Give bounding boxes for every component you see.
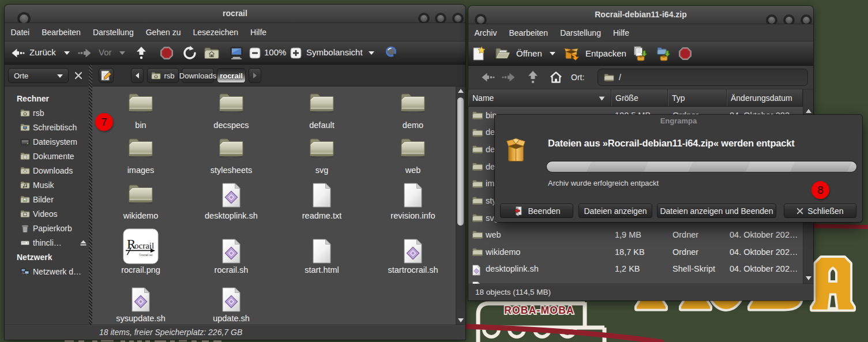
- file-item-images[interactable]: images: [96, 125, 185, 177]
- back-icon[interactable]: [10, 46, 25, 60]
- back-dropdown-icon[interactable]: [64, 51, 70, 55]
- file-item-readme-txt[interactable]: readme.txt: [277, 171, 366, 223]
- menu-item-archiv[interactable]: Archiv: [468, 28, 503, 37]
- back-button-label[interactable]: Zurück: [29, 47, 56, 57]
- column-header-size[interactable]: Größe: [611, 89, 668, 106]
- table-row-web[interactable]: web1,9 MBOrdner04. Oktober 202…: [468, 226, 803, 243]
- sidebar-item-netzwerkd[interactable]: Netzwerk d…: [5, 264, 89, 279]
- table-row[interactable]: [468, 277, 803, 284]
- extract-icon[interactable]: [564, 47, 580, 61]
- sidebar-item-musik[interactable]: Musik: [5, 178, 89, 192]
- table-row-wikidemo[interactable]: wikidemo18,7 KBOrdner04. Oktober 202…: [468, 243, 803, 261]
- close-dialog-button[interactable]: Schließen: [784, 204, 856, 218]
- sidebar-item-videos[interactable]: Videos: [5, 206, 89, 221]
- scroll-down-icon[interactable]: [803, 276, 813, 280]
- maximize-button[interactable]: [435, 13, 446, 24]
- archive-manager-titlebar[interactable]: Rocrail-debian11-i64.zip: [468, 6, 813, 24]
- file-item-rocrail-sh[interactable]: rocrail.sh: [187, 225, 276, 277]
- menu-item-darstellung[interactable]: Darstellung: [554, 28, 607, 37]
- file-item-stylesheets[interactable]: stylesheets: [187, 125, 276, 177]
- file-item-desktoplink-sh[interactable]: desktoplink.sh: [187, 171, 276, 223]
- home-icon[interactable]: [549, 71, 563, 84]
- sidebar-item-papierkorb[interactable]: Papierkorb: [5, 221, 89, 235]
- scroll-down-icon[interactable]: [456, 318, 465, 322]
- column-header-type[interactable]: Typ: [668, 89, 727, 106]
- table-row-desktoplink-sh[interactable]: desktoplink.sh1,2 KBShell-Skript04. Okto…: [468, 261, 803, 278]
- stop-icon[interactable]: [160, 46, 174, 60]
- location-entry[interactable]: /: [598, 69, 808, 86]
- new-archive-icon[interactable]: [472, 46, 486, 61]
- file-item-revision-info[interactable]: revision.info: [369, 171, 457, 223]
- eject-icon[interactable]: [80, 239, 87, 246]
- sidebar-item-label: Dokumente: [33, 152, 74, 161]
- sidebar-item-rsb[interactable]: rsb: [5, 106, 89, 120]
- sidebar-item-thincli[interactable]: thincli…: [5, 235, 89, 250]
- open-dropdown-icon[interactable]: [550, 52, 555, 55]
- file-item-demo[interactable]: demo: [369, 80, 457, 132]
- add-files-icon[interactable]: [633, 46, 648, 61]
- back-icon[interactable]: [480, 70, 495, 84]
- forward-dropdown-icon[interactable]: [119, 51, 125, 55]
- file-item-rocrail-png[interactable]: R ocrail ©rocrail.net rocrail.png: [96, 225, 185, 277]
- menu-item-hilfe[interactable]: Hilfe: [607, 28, 635, 37]
- menu-item-bearbeiten[interactable]: Bearbeiten: [36, 28, 87, 37]
- open-button-label[interactable]: Öffnen: [516, 48, 542, 58]
- open-icon[interactable]: [495, 47, 510, 60]
- scrollbar-thumb[interactable]: [457, 97, 464, 226]
- zoom-out-icon[interactable]: [249, 47, 261, 59]
- column-header-name[interactable]: Name: [468, 89, 611, 106]
- minimize-button[interactable]: [418, 13, 430, 24]
- close-button[interactable]: [452, 13, 464, 24]
- file-manager-title: rocrail: [5, 9, 465, 18]
- sidebar-item-bilder[interactable]: Bilder: [5, 192, 89, 206]
- menu-item-datei[interactable]: Datei: [5, 28, 36, 37]
- places-combo-label: Orte: [14, 72, 28, 80]
- menu-item-lesezeichen[interactable]: Lesezeichen: [187, 28, 245, 37]
- reload-icon[interactable]: [183, 46, 197, 61]
- file-item-startrocrail-sh[interactable]: startrocrail.sh: [369, 225, 457, 277]
- add-folder-icon[interactable]: [656, 46, 671, 61]
- file-item-update-sh[interactable]: update.sh: [187, 273, 276, 325]
- file-item-svg[interactable]: svg: [277, 125, 366, 177]
- sidebar-item-dokumente[interactable]: Dokumente: [5, 149, 89, 163]
- file-item-web[interactable]: web: [369, 125, 457, 177]
- file-item-decspecs[interactable]: decspecs: [187, 80, 276, 132]
- file-item-sysupdate-sh[interactable]: sysupdate.sh: [96, 273, 185, 325]
- menu-item-bearbeiten[interactable]: Bearbeiten: [503, 28, 554, 37]
- pictures-folder-icon: [20, 195, 30, 204]
- scroll-up-icon[interactable]: [456, 89, 465, 93]
- close-sidebar-button[interactable]: [72, 68, 85, 83]
- menu-item-darstellung[interactable]: Darstellung: [87, 28, 140, 37]
- quit-button[interactable]: Beenden: [500, 204, 573, 218]
- forward-button-label[interactable]: Vor: [99, 47, 112, 57]
- archive-location-bar: Ort: /: [468, 66, 813, 89]
- column-header-date[interactable]: Änderungsdatum: [727, 89, 803, 106]
- home-icon[interactable]: [204, 47, 219, 59]
- extract-button-label[interactable]: Entpacken: [585, 48, 626, 58]
- zoom-in-icon[interactable]: [290, 47, 302, 59]
- file-item-start-html[interactable]: start.html: [277, 225, 366, 277]
- file-item-default[interactable]: default: [277, 80, 366, 132]
- places-combo[interactable]: Orte: [8, 68, 69, 83]
- search-icon[interactable]: [385, 46, 400, 61]
- sidebar-item-downloads[interactable]: Downloads: [5, 163, 89, 178]
- file-view-scrollbar[interactable]: [456, 87, 465, 325]
- menu-item-gehen-zu[interactable]: Gehen zu: [140, 28, 187, 37]
- file-item-wikidemo[interactable]: wikidemo: [96, 171, 185, 223]
- stop-icon[interactable]: [678, 47, 692, 61]
- show-files-and-quit-button[interactable]: Dateien anzeigen und Beenden: [657, 204, 776, 218]
- scroll-up-icon[interactable]: [803, 109, 813, 113]
- annotation-step-8: 8: [811, 181, 829, 199]
- sidebar-item-schreibtisch[interactable]: Schreibtisch: [5, 120, 89, 134]
- file-manager-titlebar[interactable]: rocrail: [5, 5, 465, 23]
- computer-icon[interactable]: [229, 46, 244, 60]
- forward-icon[interactable]: [502, 70, 517, 84]
- up-icon[interactable]: [135, 46, 148, 61]
- view-mode-label[interactable]: Symbolansicht: [306, 47, 363, 57]
- forward-icon[interactable]: [78, 46, 93, 60]
- menu-item-hilfe[interactable]: Hilfe: [245, 28, 273, 37]
- show-files-button[interactable]: Dateien anzeigen: [578, 204, 652, 218]
- up-icon[interactable]: [527, 70, 539, 85]
- view-mode-dropdown-icon[interactable]: [369, 51, 374, 55]
- sidebar-item-dateisystem[interactable]: Dateisystem: [5, 134, 89, 149]
